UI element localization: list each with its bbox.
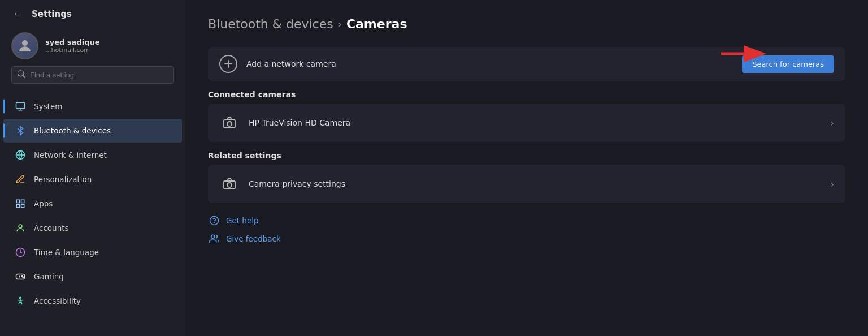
camera-privacy-row[interactable]: Camera privacy settings › — [208, 165, 845, 203]
sidebar-item-label-accessibility: Accessibility — [34, 296, 81, 305]
bluetooth-icon — [15, 125, 26, 136]
add-camera-card: Add a network camera Search for cameras — [208, 47, 845, 81]
sidebar-item-label-accounts: Accounts — [34, 223, 69, 232]
svg-point-21 — [211, 235, 215, 238]
related-settings-card: Camera privacy settings › — [208, 165, 845, 203]
add-icon — [219, 55, 237, 73]
back-button[interactable]: ← — [9, 7, 26, 21]
camera-row-hp[interactable]: HP TrueVision HD Camera › — [208, 104, 845, 142]
footer-links: Get help Give feedback — [208, 214, 845, 245]
sidebar-item-accounts[interactable]: Accounts — [3, 216, 182, 240]
avatar — [11, 32, 38, 59]
sidebar-item-personalization[interactable]: Personalization — [3, 167, 182, 191]
related-settings-label: Related settings — [208, 151, 845, 160]
chevron-icon-privacy: › — [831, 179, 834, 189]
sidebar-item-label-bluetooth: Bluetooth & devices — [34, 126, 111, 135]
svg-point-16 — [227, 122, 232, 126]
give-feedback-icon — [208, 232, 220, 245]
time-icon — [15, 247, 26, 258]
svg-rect-1 — [16, 102, 25, 109]
svg-point-20 — [214, 222, 215, 223]
sidebar-item-bluetooth[interactable]: Bluetooth & devices — [3, 119, 182, 143]
connected-cameras-label: Connected cameras — [208, 90, 845, 99]
search-cameras-button[interactable]: Search for cameras — [742, 55, 834, 73]
main-content: Bluetooth & devices › Cameras Add a netw… — [185, 0, 868, 336]
sidebar-nav: System Bluetooth & devices Network & int… — [0, 94, 185, 336]
camera-icon — [219, 113, 240, 133]
sidebar-item-label-time: Time & language — [34, 248, 99, 257]
sidebar-item-gaming[interactable]: Gaming — [3, 265, 182, 288]
sidebar-item-label-personalization: Personalization — [34, 175, 92, 184]
search-input[interactable] — [30, 71, 168, 79]
sidebar-item-label-network: Network & internet — [34, 150, 107, 160]
give-feedback-link[interactable]: Give feedback — [208, 232, 845, 245]
sidebar-item-label-system: System — [34, 102, 62, 111]
sidebar-item-time[interactable]: Time & language — [3, 240, 182, 264]
add-camera-row[interactable]: Add a network camera Search for cameras — [208, 47, 845, 81]
personalization-icon — [15, 174, 26, 185]
camera-label-hp: HP TrueVision HD Camera — [249, 118, 831, 127]
get-help-label: Get help — [226, 216, 259, 225]
sidebar-title: Settings — [32, 9, 72, 19]
get-help-link[interactable]: Get help — [208, 214, 845, 227]
accessibility-icon — [15, 295, 26, 307]
search-icon — [18, 70, 25, 80]
chevron-icon-hp: › — [831, 118, 834, 128]
accounts-icon — [15, 222, 26, 234]
apps-icon — [15, 198, 26, 209]
camera-privacy-label: Camera privacy settings — [249, 179, 831, 188]
user-name: syed sadique — [45, 38, 100, 46]
sidebar-item-system[interactable]: System — [3, 94, 182, 118]
svg-rect-6 — [21, 205, 24, 208]
give-feedback-label: Give feedback — [226, 234, 281, 243]
sidebar: ← Settings syed sadique ...hotmail.com — [0, 0, 185, 336]
user-info: syed sadique ...hotmail.com — [45, 38, 100, 54]
camera-privacy-icon — [219, 174, 240, 194]
get-help-icon — [208, 214, 220, 227]
gaming-icon — [15, 271, 26, 282]
connected-cameras-card: HP TrueVision HD Camera › — [208, 104, 845, 142]
svg-rect-5 — [16, 205, 19, 208]
add-camera-label: Add a network camera — [246, 59, 733, 68]
sidebar-item-label-apps: Apps — [34, 199, 53, 208]
search-box[interactable] — [11, 66, 174, 84]
svg-point-12 — [20, 297, 21, 299]
back-row: ← Settings — [9, 7, 176, 21]
svg-point-18 — [227, 183, 232, 187]
breadcrumb-current: Cameras — [346, 17, 407, 31]
sidebar-top: ← Settings syed sadique ...hotmail.com — [0, 0, 185, 94]
svg-rect-4 — [21, 200, 24, 203]
svg-rect-3 — [16, 200, 19, 203]
svg-point-7 — [19, 225, 22, 228]
sidebar-item-accessibility[interactable]: Accessibility — [3, 289, 182, 313]
breadcrumb: Bluetooth & devices › Cameras — [208, 17, 845, 31]
breadcrumb-parent[interactable]: Bluetooth & devices — [208, 17, 333, 31]
sidebar-item-apps[interactable]: Apps — [3, 192, 182, 216]
breadcrumb-separator: › — [338, 18, 342, 30]
sidebar-item-label-gaming: Gaming — [34, 272, 64, 281]
system-icon — [15, 101, 26, 112]
network-icon — [15, 149, 26, 161]
svg-point-11 — [23, 277, 24, 278]
sidebar-item-network[interactable]: Network & internet — [3, 143, 182, 167]
user-row[interactable]: syed sadique ...hotmail.com — [9, 29, 176, 66]
user-email: ...hotmail.com — [45, 46, 100, 54]
svg-point-0 — [22, 40, 28, 46]
